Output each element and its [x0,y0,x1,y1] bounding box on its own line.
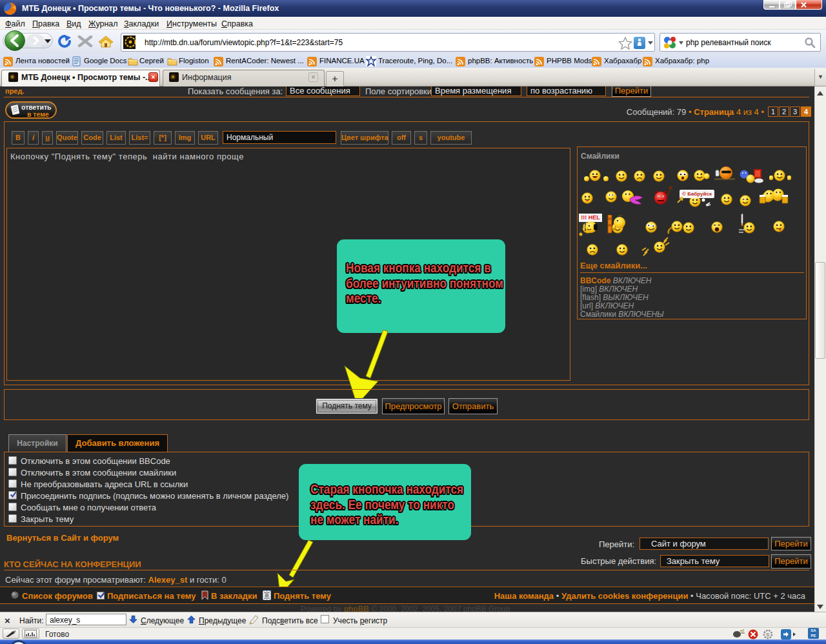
svg-text:S: S [766,632,769,638]
